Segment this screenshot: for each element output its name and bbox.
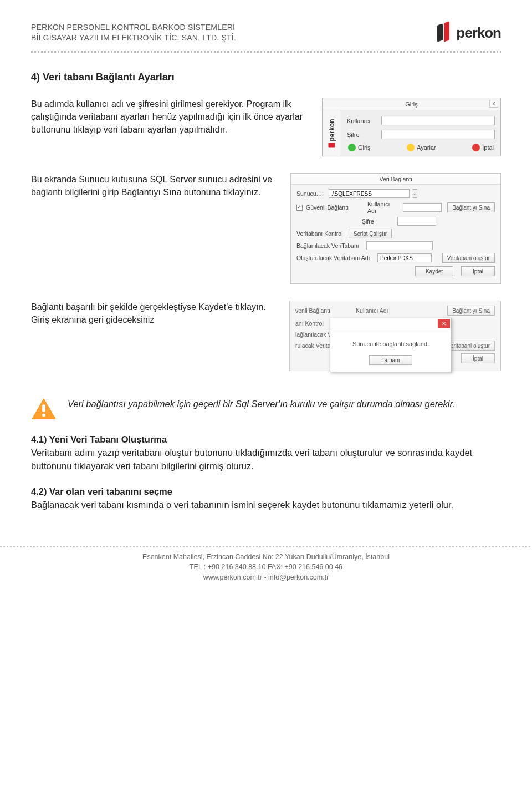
- subsection-4-1: 4.1) Yeni Veri Tabanı Oluşturma Veritaba…: [31, 433, 501, 473]
- svg-rect-0: [42, 404, 45, 412]
- brand-logo: perkon: [437, 22, 501, 43]
- server-label: Sunucu…:: [296, 190, 325, 197]
- ok-button[interactable]: Tamam: [369, 355, 413, 365]
- db-user-input[interactable]: [403, 203, 442, 212]
- bg-test-button: Bağlantıyı Sına: [447, 306, 495, 316]
- company-line1: PERKON PERSONEL KONTROL BARKOD SİSTEMLER…: [31, 22, 236, 33]
- secure-label: Güvenli Bağlantı: [306, 204, 349, 211]
- login-dialog-title: Giriş: [405, 101, 418, 108]
- script-button[interactable]: Script Çalıştır: [349, 229, 392, 238]
- create-db-label: Oluşturulacak Veritabanı Adı: [296, 255, 374, 261]
- bag-db-label: Bağlanılacak VeriTabanı: [296, 242, 363, 249]
- success-message: Sunucu ile bağlantı sağlandı: [330, 329, 451, 352]
- message-dialog: ✕ Sunucu ile bağlantı sağlandı Tamam: [330, 318, 452, 372]
- page-header: PERKON PERSONEL KONTROL BARKOD SİSTEMLER…: [31, 22, 501, 43]
- paragraph-2: Bu ekranda Sunucu kutusuna SQL Server su…: [31, 173, 277, 199]
- page-footer: Esenkent Mahallesi, Erzincan Caddesi No:…: [0, 541, 532, 594]
- server-input[interactable]: [329, 189, 410, 198]
- db-pass-label: Şifre: [362, 218, 394, 225]
- check-icon: [348, 144, 356, 151]
- secure-checkbox[interactable]: [296, 205, 303, 211]
- close-icon[interactable]: ✕: [438, 319, 450, 328]
- bg-vk: anı Kontrol: [295, 320, 324, 327]
- login-sidebar: perkon: [323, 110, 341, 156]
- footer-address: Esenkent Mahallesi, Erzincan Caddesi No:…: [0, 552, 532, 562]
- bg-user: Kullanıcı Adı: [356, 307, 388, 314]
- db-user-label: Kullanıcı Adı: [367, 201, 400, 214]
- bg-secure: venli Bağlantı: [295, 307, 330, 314]
- test-connection-button[interactable]: Bağlantıyı Sına: [447, 202, 495, 212]
- footer-web: www.perkon.com.tr - info@perkon.com.tr: [0, 572, 532, 583]
- brand-text: perkon: [456, 24, 501, 42]
- svg-point-1: [42, 414, 45, 417]
- bg-olu: rulacak Veritab: [295, 342, 334, 349]
- vk-label: Veritabanı Kontrol: [296, 230, 345, 237]
- sub2-body: Bağlanacak veri tabanı kısmında o veri t…: [31, 500, 453, 510]
- footer-tel: TEL : +90 216 340 88 10 FAX: +90 216 546…: [0, 562, 532, 572]
- settings-button[interactable]: Ayarlar: [407, 144, 436, 151]
- company-name-block: PERKON PERSONEL KONTROL BARKOD SİSTEMLER…: [31, 22, 236, 43]
- chevron-down-icon[interactable]: ⌄: [413, 189, 417, 198]
- close-icon[interactable]: x: [489, 100, 498, 108]
- password-input[interactable]: [381, 130, 495, 139]
- warning-note: Veri bağlantısı yapabilmek için geçerli …: [31, 398, 501, 421]
- username-label: Kullanıcı: [347, 118, 376, 124]
- cancel-button[interactable]: İptal: [472, 144, 494, 151]
- login-button[interactable]: Giriş: [348, 144, 371, 151]
- paragraph-1: Bu adımda kullanıcı adı ve şifresini gir…: [31, 98, 309, 136]
- warning-text: Veri bağlantısı yapabilmek için geçerli …: [68, 398, 455, 410]
- gear-icon: [407, 144, 415, 151]
- username-input[interactable]: [381, 116, 495, 125]
- login-dialog: Giriş x perkon Kullanıcı: [322, 98, 501, 156]
- sub1-title: 4.1) Yeni Veri Tabanı Oluşturma: [31, 434, 167, 444]
- password-label: Şifre: [347, 131, 376, 138]
- paragraph-3: Bağlantı başarılı bir şekilde gerçekleşt…: [31, 301, 276, 326]
- db-pass-input[interactable]: [397, 217, 436, 226]
- logo-mark-icon: [437, 22, 453, 43]
- logo-mark-icon: [329, 143, 335, 148]
- section-title: 4) Veri tabanı Bağlantı Ayarları: [31, 72, 501, 83]
- subsection-4-2: 4.2) Var olan veri tabanını seçme Bağlan…: [31, 485, 501, 512]
- close-icon: [472, 144, 480, 151]
- sub2-title: 4.2) Var olan veri tabanını seçme: [31, 486, 172, 496]
- login-dialog-titlebar: Giriş x: [323, 98, 500, 110]
- warning-icon: [31, 398, 57, 421]
- cancel-button[interactable]: İptal: [461, 266, 495, 276]
- footer-divider: [0, 546, 532, 547]
- bg-iptal: İptal: [461, 353, 495, 363]
- db-dialog-title: Veri Baglanti: [380, 176, 412, 182]
- sub1-body: Veritabanı adını yazıp veritabanı oluştu…: [31, 448, 472, 471]
- save-button[interactable]: Kaydet: [415, 266, 453, 276]
- create-db-button[interactable]: Veritabani oluştur: [442, 253, 495, 263]
- company-line2: BİLGİSAYAR YAZILIM ELEKTRONİK TİC. SAN. …: [31, 33, 236, 43]
- success-dialog-area: venli Bağlantı Kullanıcı Adı Bağlantıyı …: [289, 301, 501, 371]
- bag-db-select[interactable]: [366, 241, 433, 250]
- db-dialog: Veri Baglanti Sunucu…: ⌄ Güvenli Bağlant…: [290, 173, 501, 284]
- create-db-input[interactable]: [377, 253, 432, 262]
